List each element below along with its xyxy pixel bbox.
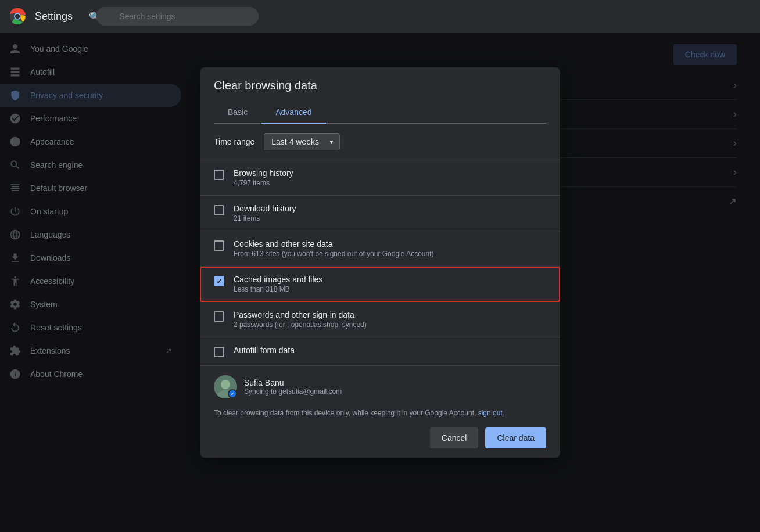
cancel-button[interactable]: Cancel (430, 427, 479, 448)
modal-footer: ✓ Sufia Banu Syncing to getsufia@gmail.c… (200, 365, 560, 458)
check-desc-passwords: 2 passwords (for , openatlas.shop, synce… (234, 321, 546, 329)
check-desc-download-history: 21 items (234, 214, 546, 222)
check-item-cached-images: Cached images and files Less than 318 MB (200, 267, 560, 302)
user-info: ✓ Sufia Banu Syncing to getsufia@gmail.c… (214, 375, 546, 398)
check-title-cookies: Cookies and other site data (234, 239, 546, 249)
checkbox-download-history[interactable] (214, 205, 224, 215)
search-wrap: 🔍 (82, 7, 259, 26)
user-name: Sufia Banu (244, 378, 342, 387)
check-title-download-history: Download history (234, 204, 546, 213)
tab-basic[interactable]: Basic (214, 102, 261, 124)
check-title-browsing-history: Browsing history (234, 168, 546, 178)
search-input[interactable] (96, 7, 259, 26)
avatar-wrap: ✓ (214, 375, 237, 398)
svg-point-2 (15, 14, 20, 19)
time-range-select-wrap: Last hour Last 24 hours Last 7 days Last… (264, 133, 340, 150)
modal-title: Clear browsing data (214, 79, 546, 92)
check-desc-cookies: From 613 sites (you won't be signed out … (234, 250, 546, 258)
time-range-select[interactable]: Last hour Last 24 hours Last 7 days Last… (264, 133, 340, 150)
modal-overlay: Clear browsing data Basic Advanced Time … (0, 33, 760, 532)
user-email: Syncing to getsufia@gmail.com (244, 387, 342, 396)
check-item-download-history: Download history 21 items (200, 196, 560, 231)
sign-out-link[interactable]: sign out (478, 409, 503, 417)
checkbox-cookies[interactable] (214, 240, 224, 251)
tab-advanced[interactable]: Advanced (261, 102, 325, 124)
checkbox-browsing-history[interactable] (214, 170, 224, 180)
checkbox-autofill-form[interactable] (214, 347, 224, 357)
check-title-cached-images: Cached images and files (234, 275, 546, 284)
footer-note: To clear browsing data from this device … (214, 408, 546, 418)
app-title: Settings (35, 10, 73, 23)
modal-tabs: Basic Advanced (214, 102, 546, 124)
check-desc-browsing-history: 4,797 items (234, 179, 546, 187)
check-item-passwords: Passwords and other sign-in data 2 passw… (200, 302, 560, 337)
checkbox-cached-images[interactable] (214, 276, 224, 286)
topbar: Settings 🔍 (0, 0, 760, 33)
clear-browsing-data-modal: Clear browsing data Basic Advanced Time … (200, 67, 560, 458)
time-range-row: Time range Last hour Last 24 hours Last … (200, 124, 560, 160)
check-title-passwords: Passwords and other sign-in data (234, 310, 546, 319)
modal-header: Clear browsing data Basic Advanced (200, 67, 560, 124)
clear-data-button[interactable]: Clear data (485, 427, 546, 448)
chrome-logo-icon (9, 8, 26, 24)
check-item-cookies: Cookies and other site data From 613 sit… (200, 231, 560, 267)
modal-body: Time range Last hour Last 24 hours Last … (200, 124, 560, 365)
modal-actions: Cancel Clear data (214, 427, 546, 448)
check-desc-cached-images: Less than 318 MB (234, 285, 546, 293)
sync-badge: ✓ (228, 389, 237, 398)
check-item-autofill-form: Autofill form data (200, 337, 560, 365)
check-title-autofill-form: Autofill form data (234, 346, 546, 355)
svg-point-5 (221, 380, 230, 389)
check-item-browsing-history: Browsing history 4,797 items (200, 160, 560, 196)
time-range-label: Time range (214, 137, 254, 146)
checkbox-passwords[interactable] (214, 311, 224, 322)
